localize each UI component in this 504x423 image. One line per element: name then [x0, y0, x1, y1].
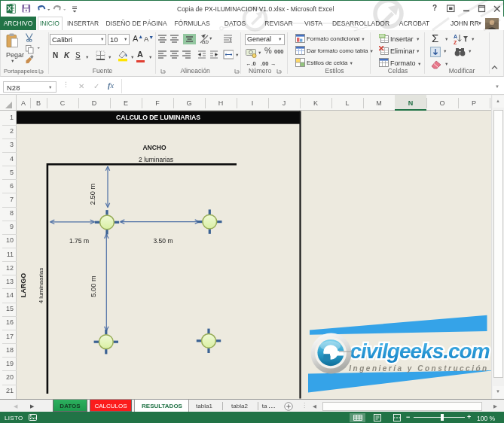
- svg-text:5.00 m: 5.00 m: [90, 275, 97, 297]
- svg-text:ANCHO: ANCHO: [142, 144, 166, 151]
- svg-text:A: A: [454, 34, 457, 39]
- svg-text:CALCULO DE LUMINARIAS: CALCULO DE LUMINARIAS: [116, 114, 200, 121]
- svg-text:2 luminarias: 2 luminarias: [139, 156, 173, 163]
- svg-text:X: X: [8, 5, 12, 12]
- svg-text:2.50 m: 2.50 m: [89, 184, 96, 205]
- svg-text:Z: Z: [454, 40, 457, 45]
- svg-text:LARGO: LARGO: [20, 273, 27, 298]
- svg-text:4 luminaarias: 4 luminaarias: [38, 268, 44, 304]
- svg-text:→: →: [270, 60, 276, 67]
- svg-text:Ingeniería y Construcción: Ingeniería y Construcción: [349, 364, 488, 373]
- svg-text:.00: .00: [261, 60, 268, 67]
- svg-text:1.75 m: 1.75 m: [69, 237, 89, 245]
- svg-text:←.0: ←.0: [246, 60, 256, 67]
- svg-text:civilgeeks.com: civilgeeks.com: [350, 339, 489, 363]
- svg-text:3.50 m: 3.50 m: [154, 237, 173, 245]
